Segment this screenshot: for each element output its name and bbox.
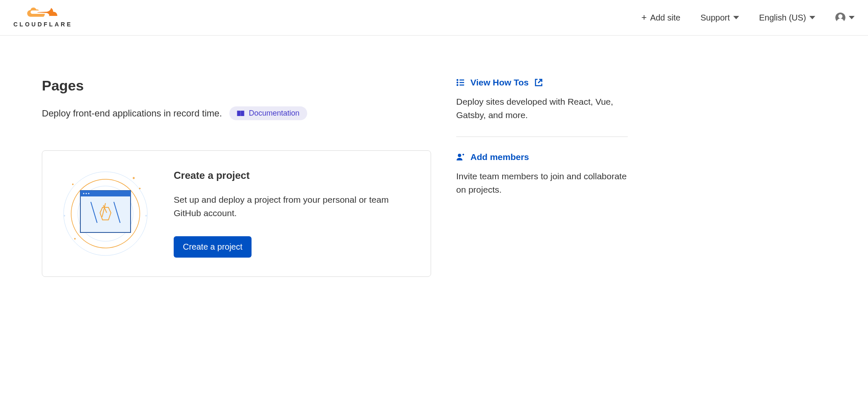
howtos-label: View How Tos bbox=[470, 77, 529, 88]
add-site-button[interactable]: + Add site bbox=[642, 12, 681, 23]
create-project-button[interactable]: Create a project bbox=[174, 236, 252, 258]
chevron-down-icon bbox=[809, 16, 815, 19]
svg-rect-3 bbox=[80, 191, 131, 232]
header-actions: + Add site Support English (US) bbox=[642, 12, 855, 23]
svg-point-6 bbox=[86, 193, 87, 194]
header: CLOUDFLARE + Add site Support English (U… bbox=[0, 0, 868, 36]
svg-point-16 bbox=[458, 154, 461, 157]
external-link-icon bbox=[534, 78, 543, 87]
svg-point-14 bbox=[457, 85, 458, 85]
main-content: Pages Deploy front-end applications in r… bbox=[0, 36, 670, 294]
create-project-card: Create a project Set up and deploy a pro… bbox=[42, 150, 431, 277]
howtos-description: Deploy sites developed with React, Vue, … bbox=[456, 95, 628, 121]
logo-text: CLOUDFLARE bbox=[13, 21, 72, 28]
support-label: Support bbox=[701, 13, 730, 23]
add-site-label: Add site bbox=[650, 13, 680, 23]
plus-icon: + bbox=[642, 12, 647, 23]
page-subtitle: Deploy front-end applications in record … bbox=[42, 108, 222, 119]
howtos-section: View How Tos Deploy sites developed with… bbox=[456, 77, 628, 137]
svg-point-12 bbox=[457, 82, 458, 83]
cloudflare-cloud-icon bbox=[27, 8, 59, 19]
support-dropdown[interactable]: Support bbox=[701, 13, 739, 23]
card-description: Set up and deploy a project from your pe… bbox=[174, 193, 416, 219]
members-description: Invite team members to join and collabor… bbox=[456, 170, 628, 196]
card-title: Create a project bbox=[174, 170, 416, 181]
svg-point-5 bbox=[83, 193, 85, 194]
language-label: English (US) bbox=[759, 13, 806, 23]
svg-point-10 bbox=[457, 80, 458, 80]
svg-point-7 bbox=[88, 193, 90, 194]
svg-rect-4 bbox=[80, 191, 131, 196]
sidebar: View How Tos Deploy sites developed with… bbox=[456, 77, 628, 277]
chevron-down-icon bbox=[849, 16, 855, 19]
list-icon bbox=[456, 78, 465, 87]
project-illustration bbox=[57, 168, 154, 260]
avatar-icon bbox=[835, 13, 845, 23]
content-area: Pages Deploy front-end applications in r… bbox=[42, 77, 431, 277]
add-members-link[interactable]: Add members bbox=[456, 152, 628, 162]
book-icon bbox=[237, 111, 244, 116]
chevron-down-icon bbox=[733, 16, 739, 19]
documentation-label: Documentation bbox=[249, 109, 299, 118]
card-content: Create a project Set up and deploy a pro… bbox=[174, 170, 416, 258]
page-title: Pages bbox=[42, 77, 431, 94]
logo[interactable]: CLOUDFLARE bbox=[13, 8, 72, 28]
language-dropdown[interactable]: English (US) bbox=[759, 13, 815, 23]
account-dropdown[interactable] bbox=[835, 13, 855, 23]
add-person-icon bbox=[456, 153, 465, 161]
view-howtos-link[interactable]: View How Tos bbox=[456, 77, 628, 88]
documentation-link[interactable]: Documentation bbox=[229, 106, 307, 120]
subtitle-row: Deploy front-end applications in record … bbox=[42, 106, 431, 120]
members-section: Add members Invite team members to join … bbox=[456, 152, 628, 211]
members-label: Add members bbox=[470, 152, 529, 162]
